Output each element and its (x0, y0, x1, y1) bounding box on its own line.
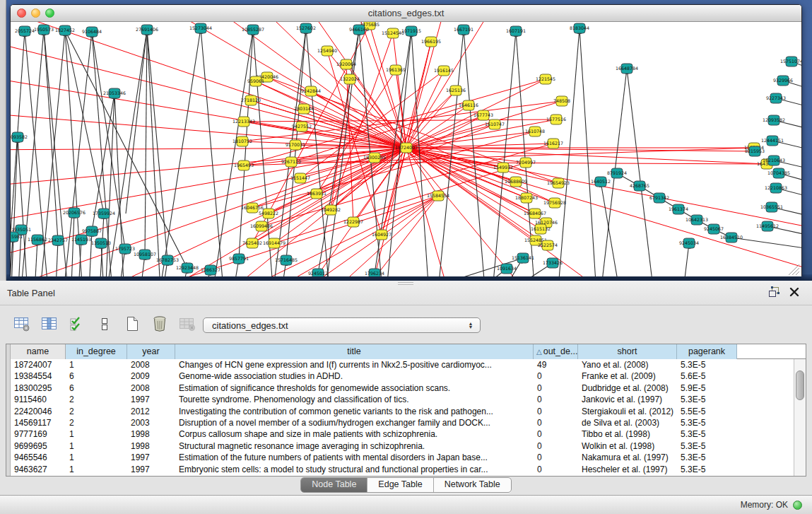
graph-node[interactable]: 1607191 (506, 26, 526, 36)
tab-edge-table[interactable]: Edge Table (367, 478, 433, 492)
graph-node[interactable]: 1667191 (454, 25, 473, 35)
close-panel-icon[interactable] (789, 287, 799, 300)
vertical-scrollbar[interactable] (794, 359, 806, 476)
graph-node[interactable]: 1961374 (669, 204, 688, 214)
network-view-region: citations_edges.txt 18724007224200462718… (0, 0, 812, 281)
delete-table-button[interactable] (178, 315, 196, 332)
graph-node[interactable]: 9227343 (766, 93, 786, 103)
panel-splitter-grip[interactable] (398, 282, 413, 286)
table-row[interactable]: 911546021997Tourette syndrome. Phenomeno… (11, 394, 806, 405)
network-canvas[interactable]: 1872400722420046271812012213343181075219… (11, 22, 801, 276)
create-column-button[interactable] (123, 315, 141, 332)
column-header-out-degree[interactable]: △out_de... (534, 344, 578, 359)
graph-node[interactable]: 1646116 (459, 100, 478, 110)
table-row[interactable]: 1938455462009Genome-wide association stu… (11, 370, 806, 382)
graph-node-label: 1577516 (546, 117, 566, 122)
graph-node[interactable]: 9245034 (679, 238, 699, 248)
column-header-name[interactable]: name (11, 344, 66, 359)
graph-node[interactable]: 1049282 (321, 205, 341, 215)
graph-node[interactable]: 6791342 (649, 193, 669, 203)
graph-node[interactable]: 15136141 (512, 253, 534, 263)
graph-node[interactable]: 1625136 (446, 86, 466, 95)
table-row[interactable]: 1456911722003Disruption of a novel membe… (11, 417, 806, 428)
graph-node[interactable]: 1549932 (493, 163, 513, 173)
tab-network-table[interactable]: Network Table (433, 478, 511, 492)
table-row[interactable]: 1872400712008Changes of HCN gene express… (11, 359, 806, 370)
table-settings-button[interactable] (13, 315, 31, 332)
graph-node[interactable]: 1795723 (115, 244, 135, 254)
graph-node[interactable]: 9329966 (773, 76, 793, 86)
graph-node[interactable]: 1616217 (543, 139, 563, 148)
column-header-short[interactable]: short (578, 344, 677, 359)
float-panel-icon[interactable] (768, 286, 780, 300)
graph-node[interactable]: 1961369 (386, 65, 406, 75)
delete-column-button[interactable] (151, 315, 169, 332)
graph-node[interactable]: 10855287 (242, 25, 264, 35)
select-rows-button[interactable] (68, 315, 86, 332)
graph-node[interactable]: 1610747 (485, 119, 505, 129)
column-header-in-degree[interactable]: in_degree (66, 344, 127, 359)
table-row[interactable]: 1830029562008Estimation of significance … (11, 382, 806, 394)
show-columns-button[interactable] (40, 315, 59, 332)
graph-node[interactable]: 1966195 (421, 37, 441, 47)
graph-node[interactable]: 12210863 (765, 183, 787, 193)
graph-node[interactable]: 9245012 (308, 269, 328, 276)
graph-node[interactable]: 1610748 (525, 127, 545, 136)
graph-node[interactable]: 8183044 (570, 23, 589, 33)
graph-node[interactable]: 9106484 (82, 27, 102, 37)
graph-node[interactable]: 10642313 (686, 215, 708, 225)
network-window-titlebar[interactable]: citations_edges.txt (11, 5, 801, 22)
graph-node[interactable]: 1156862 (28, 235, 47, 245)
graph-node[interactable]: 17359924 (93, 209, 115, 218)
graph-node[interactable]: 9857791 (229, 254, 249, 264)
tab-node-table[interactable]: Node Table (301, 478, 367, 492)
memory-status-indicator[interactable] (793, 501, 802, 510)
window-resize-grip-icon[interactable] (789, 264, 799, 275)
graph-node[interactable]: 10704385 (767, 168, 790, 178)
graph-node[interactable]: 1827452 (55, 25, 75, 35)
table-source-dropdown[interactable]: citations_edges.txt ▲▼ (203, 317, 481, 333)
graph-node[interactable]: 7204997 (516, 158, 536, 168)
graph-node[interactable]: 1916145 (434, 66, 454, 76)
graph-node[interactable]: 15751074 (780, 57, 801, 66)
graph-node[interactable]: 1920064 (336, 59, 356, 69)
graph-node[interactable]: 20206576 (63, 208, 86, 218)
graph-node[interactable]: 1577516 (546, 115, 566, 124)
graph-node[interactable]: 10365551 (760, 202, 783, 212)
table-row[interactable]: 969969511998Structural magnetic resonanc… (11, 440, 806, 452)
graph-node[interactable]: 11495612 (756, 221, 779, 231)
graph-node[interactable]: 1071915 (401, 26, 421, 36)
column-header-title[interactable]: title (175, 344, 534, 359)
graph-node[interactable]: 1322024 (340, 74, 360, 84)
table-row[interactable]: 977716911998Corpus callosum shape and si… (11, 428, 806, 440)
table-row[interactable]: 946362711997Embryonic stem cells: a mode… (11, 464, 806, 475)
table-row[interactable]: 946554611997Estimation of the future num… (11, 452, 806, 463)
graph-node[interactable]: 12444151 (761, 136, 784, 146)
column-header-pagerank[interactable]: pagerank (677, 344, 737, 359)
graph-node[interactable]: 15716485 (275, 255, 298, 265)
column-header-year[interactable]: year (127, 344, 175, 359)
graph-node[interactable]: 748508 (553, 96, 570, 106)
graph-node[interactable]: 16648784 (616, 64, 638, 74)
network-svg[interactable]: 1872400722420046271812012213343181075219… (11, 22, 801, 276)
graph-node[interactable]: 1604927 (372, 230, 392, 240)
graph-node[interactable]: 12093582 (763, 115, 785, 125)
graph-node[interactable]: 21053346 (103, 88, 126, 98)
graph-node[interactable]: 12923448 (176, 263, 199, 273)
graph-node[interactable]: 1093582 (11, 132, 28, 142)
graph-node[interactable]: 10958107 (134, 250, 156, 259)
graph-node[interactable]: 2342757 (48, 235, 68, 245)
graph-node[interactable]: 1640512 (591, 177, 611, 187)
graph-node[interactable]: 27691406 (136, 25, 158, 35)
graph-node[interactable]: 1254940 (317, 46, 337, 56)
table-row[interactable]: 2242004622012Investigating the contribut… (11, 406, 806, 417)
scrollbar-thumb[interactable] (796, 370, 804, 400)
graph-node[interactable]: 16099486 (250, 221, 273, 231)
graph-node-label: 15584554 (427, 193, 449, 198)
graph-node[interactable]: 2055724 (15, 26, 35, 36)
graph-node[interactable]: 1796234 (365, 269, 384, 276)
row-view-button[interactable] (95, 315, 114, 332)
graph-node[interactable]: 12213343 (233, 117, 255, 127)
graph-node[interactable]: 1086327 (201, 265, 220, 275)
graph-node[interactable]: 1527602 (296, 23, 316, 33)
